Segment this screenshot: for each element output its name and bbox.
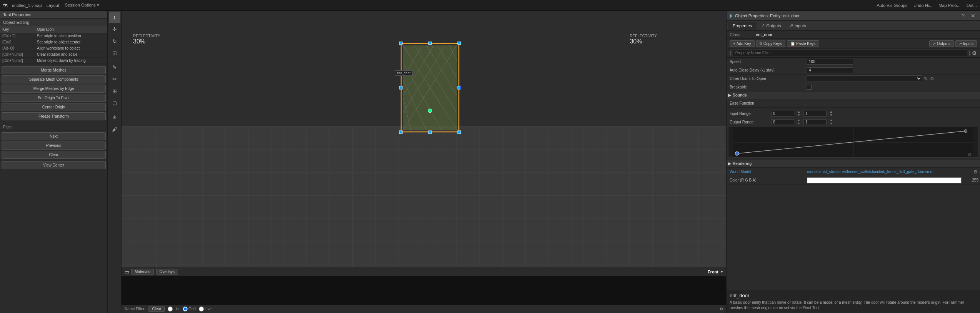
mesh-button[interactable]: Set Origin To Pivot (2, 94, 106, 102)
viewport-2d-content[interactable] (122, 276, 726, 305)
undo-history[interactable]: Undo Hi... (913, 3, 932, 8)
session-options[interactable]: Session Options ▾ (65, 3, 99, 8)
input-range-row: Input Range: ▲▼ ▲▼ (727, 109, 980, 118)
name-filter-label: Name Filter: (125, 307, 145, 311)
prop-row-speed: Speed (727, 58, 980, 66)
camera-dropdown-icon[interactable]: ▾ (721, 269, 723, 274)
prop-row-color: Color (R G B A) 255 (727, 176, 980, 185)
svg-rect-20 (399, 131, 402, 134)
pivot-button-previous[interactable]: Previous (2, 142, 106, 150)
radio-live-label[interactable]: Live (199, 306, 212, 311)
radio-list-label[interactable]: List (168, 306, 180, 311)
input-range-max-spinner[interactable]: ▲▼ (830, 110, 833, 117)
sounds-collapse-icon: ▶ (728, 93, 731, 98)
viewport-3d[interactable]: REFLECTIVITY 30% REFLECTIVITY 30% (122, 11, 726, 267)
pivot-button-clear[interactable]: Clear (2, 151, 106, 159)
output-range-max-spinner[interactable]: ▲▼ (830, 118, 833, 125)
tab-properties[interactable]: Properties (728, 22, 757, 30)
prop-row-otherdoors: Other Doors To Open ✎ ⚙ (727, 75, 980, 83)
rotate-tool-icon[interactable]: ↻ (109, 35, 120, 47)
radio-live[interactable] (199, 306, 204, 311)
scale-tool-icon[interactable]: ⊡ (109, 47, 120, 59)
footer-settings-icon[interactable]: ⚙ (720, 307, 723, 311)
worldmodel-value-container: models/rust_structures/fences_walls/chai… (807, 169, 978, 175)
clear-filter-btn[interactable]: Clear (148, 306, 165, 312)
clip-icon[interactable]: ✂ (109, 73, 120, 85)
shortcut-row: [Ctrl+Num0]Clear rotation and scale (0, 52, 107, 58)
shortcut-op: Set origin to object center (35, 39, 107, 45)
outputs-button[interactable]: ↗ Outputs (929, 40, 954, 47)
reflectivity-pct-left: 30% (133, 38, 160, 45)
otherdoors-settings-btn[interactable]: ⚙ (929, 76, 935, 82)
main-layout: Tool Properties Object Editing Key Opera… (0, 11, 980, 313)
shortcut-op: Set origin to pivot position (35, 33, 107, 39)
vertex-icon[interactable]: ⬡ (109, 97, 120, 109)
view-center-button[interactable]: View Center (2, 161, 106, 169)
help-button[interactable]: ? (960, 13, 966, 18)
speed-input[interactable] (807, 59, 853, 65)
shortcut-key: [End] (0, 39, 35, 45)
mesh-button[interactable]: Separate Mesh Components (2, 75, 106, 83)
autoclose-input[interactable] (807, 67, 853, 73)
output-range-min[interactable] (771, 119, 794, 125)
op-col-header: Operation (35, 26, 107, 33)
tab-inputs[interactable]: ↗ Inputs (786, 22, 810, 30)
world-model-path: models/rust_structures/fences_walls/chai… (807, 170, 972, 174)
copy-keys-button[interactable]: ⧉ Copy Keys (756, 40, 785, 47)
materials-tab-btn[interactable]: Materials (131, 269, 154, 275)
property-filter-input[interactable] (733, 50, 968, 56)
map-prob[interactable]: Map Prob... (938, 3, 960, 8)
mesh-button[interactable]: Center Origin (2, 103, 106, 111)
materials-btn[interactable]: 🗃 (125, 270, 129, 274)
top-bar-right: Auto Vis Groups Undo Hi... Map Prob... O… (877, 3, 977, 8)
output-range-spinner[interactable]: ▲▼ (797, 118, 800, 125)
out-btn[interactable]: Out... (967, 3, 977, 8)
paint-icon[interactable]: 🖌 (109, 123, 120, 135)
otherdoors-dropdown[interactable] (807, 75, 922, 82)
paste-keys-button[interactable]: 📋 Paste Keys (787, 40, 819, 47)
input-range-max[interactable] (803, 111, 827, 117)
radio-list[interactable] (168, 306, 173, 311)
move-tool-icon[interactable]: ✛ (109, 23, 120, 35)
breakable-checkbox[interactable] (807, 85, 812, 90)
pivot-icon[interactable]: ✳ (109, 112, 120, 123)
pivot-label: Pivot (0, 123, 107, 130)
filter-settings-icon[interactable]: ⚙ (972, 50, 977, 56)
reflectivity-label-left: REFLECTIVITY 30% (133, 34, 160, 45)
grid-icon[interactable]: ⊞ (109, 85, 120, 97)
select-tool-icon[interactable]: ↕ (109, 12, 120, 23)
prop-sep-4 (805, 83, 805, 91)
input-range-spinner[interactable]: ▲▼ (797, 110, 800, 117)
inputs-button[interactable]: ↗ Inputs (955, 40, 977, 47)
worldmodel-settings-btn[interactable]: ⚙ (973, 169, 978, 175)
auto-vis-groups[interactable]: Auto Vis Groups (877, 3, 907, 8)
input-range-min[interactable] (771, 111, 794, 117)
outputs-arrow-icon: ↗ (761, 23, 765, 28)
pivot-button-next[interactable]: Next (2, 132, 106, 140)
viewport-area: REFLECTIVITY 30% REFLECTIVITY 30% (122, 11, 726, 313)
mesh-button[interactable]: Merge Meshes (2, 66, 106, 74)
tool-separator (110, 60, 119, 60)
rendering-section-header[interactable]: ▶ Rendering (727, 160, 980, 168)
ease-curve-area[interactable]: ⚙ (728, 127, 978, 158)
close-button[interactable]: ✕ (969, 13, 977, 19)
color-swatch[interactable] (807, 177, 962, 183)
otherdoors-edit-btn[interactable]: ✎ (923, 76, 928, 82)
add-key-button[interactable]: + Add Key (730, 40, 755, 47)
overlays-tab-btn[interactable]: Overlays (156, 269, 178, 275)
reflectivity-text-left: REFLECTIVITY (133, 34, 160, 38)
radio-grid[interactable] (183, 306, 188, 311)
radio-grid-label[interactable]: Grid (183, 306, 196, 311)
filter-open-paren: ( (730, 51, 731, 55)
mesh-button[interactable]: Merge Meshes by Edge (2, 85, 106, 93)
tab-outputs[interactable]: ↗ Outputs (757, 22, 785, 30)
mesh-button[interactable]: Freeze Transform (2, 112, 106, 120)
output-range-max[interactable] (803, 119, 827, 125)
class-row: Class: ent_door (727, 31, 980, 39)
sounds-section-header[interactable]: ▶ Sounds (727, 92, 980, 99)
mesh-buttons-group: Merge MeshesSeparate Mesh ComponentsMerg… (0, 64, 107, 123)
prop-name-autoclose: Auto Close Delay (-1 stay) (728, 68, 805, 72)
svg-rect-16 (428, 42, 432, 45)
pencil-icon[interactable]: ✎ (109, 62, 120, 73)
tool-properties-header: Tool Properties (0, 11, 107, 19)
